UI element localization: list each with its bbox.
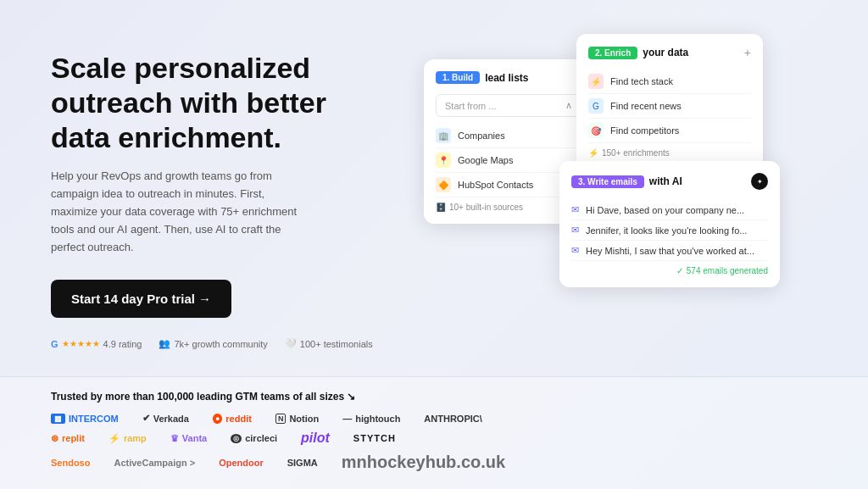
ramp-icon: ⚡ [108, 433, 120, 444]
companies-icon: 🏢 [436, 128, 451, 143]
write-badge: 3. Write emails [571, 175, 644, 188]
stars: ★★★★★ [62, 339, 100, 348]
intercom-icon: ▦ [51, 414, 65, 424]
enrich-footer: ⚡ 150+ enrichments [588, 143, 751, 158]
anthropic-logo: ANTHROPIC\ [424, 414, 481, 424]
write-title: with AI [649, 175, 682, 187]
tech-stack-icon: ⚡ [588, 74, 604, 89]
write-card: 3. Write emails with AI ✦ ✉ Hi Dave, bas… [559, 161, 780, 287]
email-item-mishti: ✉ Hey Mishti, I saw that you've worked a… [571, 241, 768, 261]
hero-subtext: Help your RevOps and growth teams go fro… [51, 168, 305, 256]
logo-row-1: ▦ INTERCOM ✔ Verkada ● reddit N Notion —… [51, 413, 817, 424]
circleci-logo: ◎ circleci [231, 433, 277, 443]
lightning-icon: ⚡ [588, 148, 598, 158]
select-placeholder: Start from ... [445, 101, 497, 111]
enrich-badge: 2. Enrich [588, 47, 637, 59]
companies-label: Companies [458, 131, 505, 141]
hightouch-logo: — hightouch [342, 414, 400, 424]
social-proof: G ★★★★★ 4.9 rating 👥 7k+ growth communit… [51, 338, 373, 349]
verkada-icon: ✔ [142, 413, 150, 424]
build-title: lead lists [485, 72, 528, 84]
trusted-section: Trusted by more than 100,000 leading GTM… [0, 376, 868, 489]
email-item-dave: ✉ Hi Dave, based on your company ne... [571, 200, 768, 220]
rating-item: G ★★★★★ 4.9 rating [51, 339, 142, 349]
enrich-item-news: G Find recent news [588, 94, 751, 119]
ramp-logo: ⚡ ramp [108, 433, 147, 444]
left-content: Scale personalized outreach with better … [51, 34, 373, 359]
logo-row-2: ⊛ replit ⚡ ramp ♛Vanta ◎ circleci pilot … [51, 431, 817, 446]
enrich-item-competitors: 🎯 Find competitors [588, 119, 751, 143]
circleci-icon: ◎ [231, 434, 242, 443]
verkada-logo: ✔ Verkada [142, 413, 189, 424]
maps-label: Google Maps [458, 155, 513, 165]
ai-icon: ✦ [751, 173, 768, 190]
logo-grid: ▦ INTERCOM ✔ Verkada ● reddit N Notion —… [51, 413, 817, 472]
write-card-header: 3. Write emails with AI ✦ [571, 173, 768, 190]
replit-logo: ⊛ replit [51, 433, 85, 444]
hero-headline: Scale personalized outreach with better … [51, 51, 373, 154]
email-text-mishti: Hey Mishti, I saw that you've worked at.… [586, 246, 754, 256]
build-footer-text: 10+ built-in sources [449, 203, 523, 212]
page-wrapper: Scale personalized outreach with better … [0, 0, 868, 489]
cta-button[interactable]: Start 14 day Pro trial → [51, 280, 231, 318]
enrich-plus-icon[interactable]: + [744, 46, 751, 59]
logo-row-3: Sendoso ActiveCampaign > Opendoor SIGMA … [51, 453, 817, 472]
email-icon-1: ✉ [571, 204, 579, 215]
testimonials-text: 100+ testimonials [300, 339, 373, 349]
build-item-companies: 🏢 Companies [436, 124, 581, 148]
email-icon-3: ✉ [571, 245, 579, 256]
competitors-icon: 🎯 [588, 123, 604, 138]
google-icon: G [51, 339, 58, 349]
reddit-logo: ● reddit [213, 414, 252, 424]
email-count: ✓ 574 emails generated [571, 261, 768, 275]
enrich-card-header: 2. Enrich your data + [588, 46, 751, 59]
email-count-text: 574 emails generated [687, 266, 768, 275]
build-badge: 1. Build [436, 71, 480, 84]
enrich-item-tech: ⚡ Find tech stack [588, 69, 751, 94]
hubspot-label: HubSpot Contacts [458, 180, 533, 190]
vanta-logo: ♛Vanta [170, 433, 207, 444]
sigma-logo: SIGMA [287, 458, 318, 468]
opendoor-logo: Opendoor [219, 458, 264, 468]
rating-text: 4.9 rating [103, 339, 142, 349]
notion-logo: N Notion [275, 414, 319, 424]
maps-icon: 📍 [436, 153, 451, 168]
testimonials-item: 🤍 100+ testimonials [285, 338, 373, 349]
news-label: Find recent news [610, 101, 682, 111]
enrich-card: 2. Enrich your data + ⚡ Find tech stack … [576, 34, 763, 169]
watermark: mnhockeyhub.co.uk [342, 453, 505, 472]
hero-section: Scale personalized outreach with better … [0, 0, 868, 376]
reddit-icon: ● [213, 414, 222, 424]
sendoso-logo: Sendoso [51, 458, 90, 468]
community-icon: 👥 [159, 338, 170, 349]
build-card-header: 1. Build lead lists [436, 71, 581, 84]
email-item-jennifer: ✉ Jennifer, it looks like you're looking… [571, 220, 768, 241]
email-text-dave: Hi Dave, based on your company ne... [586, 205, 744, 215]
enrich-title: your data [643, 47, 688, 58]
community-text: 7k+ growth community [174, 339, 267, 349]
check-icon: ✓ [676, 266, 683, 275]
build-select[interactable]: Start from ... ∧ [436, 94, 581, 117]
email-icon-2: ✉ [571, 225, 579, 236]
pilot-logo: pilot [301, 431, 330, 446]
tech-stack-label: Find tech stack [610, 76, 673, 86]
hightouch-icon: — [342, 414, 352, 424]
right-content: 1. Build lead lists Start from ... ∧ 🏢 C… [373, 34, 817, 359]
activecampaign-logo: ActiveCampaign > [114, 458, 195, 468]
news-icon: G [588, 98, 604, 114]
replit-icon: ⊛ [51, 433, 58, 444]
community-item: 👥 7k+ growth community [159, 338, 267, 349]
intercom-logo: ▦ INTERCOM [51, 414, 119, 424]
vanta-icon: ♛ [170, 433, 179, 444]
chevron-up-icon: ∧ [565, 100, 572, 111]
hubspot-icon: 🔶 [436, 177, 451, 192]
enrich-footer-text: 150+ enrichments [602, 148, 670, 158]
database-icon: 🗄️ [436, 203, 446, 212]
heart-icon: 🤍 [285, 338, 297, 349]
competitors-label: Find competitors [610, 125, 679, 136]
email-text-jennifer: Jennifer, it looks like you're looking f… [586, 225, 747, 236]
notion-icon: N [275, 414, 287, 424]
trusted-title: Trusted by more than 100,000 leading GTM… [51, 391, 817, 403]
stytch-logo: STYTCH [353, 433, 396, 443]
